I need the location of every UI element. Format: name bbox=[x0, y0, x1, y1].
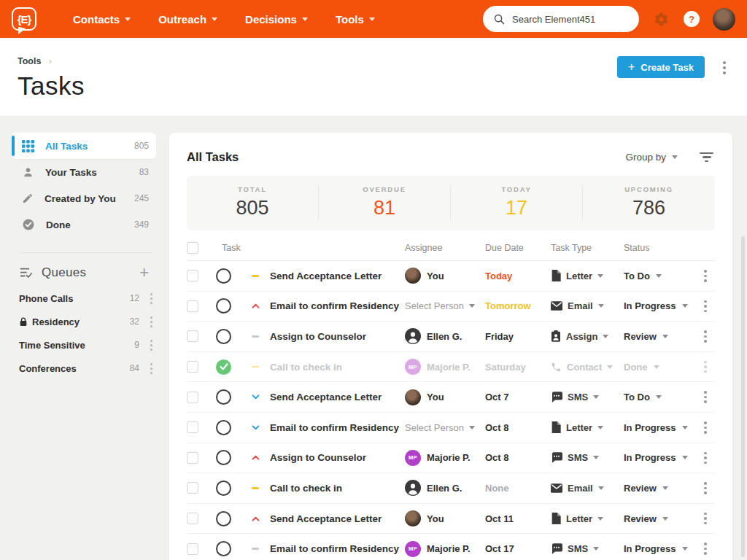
row-checkbox[interactable] bbox=[187, 270, 198, 281]
status-dropdown[interactable]: In Progress bbox=[624, 422, 702, 433]
assignee-select[interactable]: Select Person bbox=[405, 422, 485, 433]
task-complete-circle[interactable] bbox=[216, 389, 231, 405]
queue-kebab-menu[interactable] bbox=[148, 338, 155, 353]
task-name[interactable]: Call to check in bbox=[264, 362, 405, 373]
assignee[interactable]: MPMajorie P. bbox=[405, 359, 485, 375]
page-actions-kebab-menu[interactable] bbox=[721, 59, 728, 77]
task-complete-circle[interactable] bbox=[216, 481, 231, 496]
nav-item-outreach[interactable]: Outreach bbox=[158, 13, 217, 26]
assignee[interactable]: You bbox=[405, 510, 485, 526]
task-type-dropdown[interactable]: Assign bbox=[551, 330, 624, 342]
task-type-dropdown[interactable]: Contact bbox=[551, 362, 624, 373]
task-complete-circle[interactable] bbox=[216, 329, 231, 344]
task-name[interactable]: Send Acceptance Letter bbox=[264, 392, 405, 402]
element451-logo[interactable]: {E} bbox=[12, 7, 36, 31]
task-name[interactable]: Email to confirm Residency bbox=[264, 543, 405, 554]
create-task-button[interactable]: + Create Task bbox=[617, 56, 705, 78]
row-kebab-menu[interactable] bbox=[702, 419, 715, 436]
task-complete-circle[interactable] bbox=[216, 511, 231, 526]
sidebar-item-all-tasks[interactable]: All Tasks 805 bbox=[12, 133, 156, 159]
task-type-dropdown[interactable]: Letter bbox=[551, 421, 624, 433]
status-dropdown[interactable]: Review bbox=[624, 513, 702, 524]
task-complete-circle[interactable] bbox=[216, 298, 231, 314]
status-dropdown[interactable]: To Do bbox=[624, 271, 702, 281]
vertical-scrollbar[interactable] bbox=[741, 236, 745, 557]
task-complete-circle[interactable] bbox=[216, 420, 231, 435]
assignee-select[interactable]: Select Person bbox=[405, 300, 485, 311]
status-dropdown[interactable]: In Progress bbox=[624, 543, 702, 554]
row-kebab-menu[interactable] bbox=[702, 480, 715, 497]
task-name[interactable]: Assign to Counselor bbox=[264, 452, 405, 463]
task-type-dropdown[interactable]: Email bbox=[551, 483, 624, 494]
row-kebab-menu[interactable] bbox=[702, 450, 715, 467]
row-checkbox[interactable] bbox=[187, 543, 198, 555]
user-avatar[interactable] bbox=[713, 8, 735, 31]
queue-item-time-sensitive[interactable]: Time Sensitive 9 bbox=[12, 333, 156, 357]
status-dropdown[interactable]: Review bbox=[624, 483, 702, 494]
row-kebab-menu[interactable] bbox=[702, 510, 715, 527]
assignee[interactable]: Ellen G. bbox=[405, 480, 485, 496]
queue-item-phone-calls[interactable]: Phone Calls 12 bbox=[12, 287, 156, 310]
sidebar-item-created-by-you[interactable]: Created by You 245 bbox=[12, 185, 156, 211]
row-kebab-menu[interactable] bbox=[702, 328, 715, 345]
task-complete-circle[interactable] bbox=[216, 541, 231, 556]
row-checkbox[interactable] bbox=[187, 361, 198, 373]
task-complete-circle[interactable] bbox=[216, 268, 231, 284]
queue-item-conferences[interactable]: Conferences 84 bbox=[12, 357, 156, 380]
breadcrumb-tools-link[interactable]: Tools bbox=[18, 56, 41, 66]
row-kebab-menu[interactable] bbox=[702, 359, 715, 376]
task-name[interactable]: Email to confirm Residency bbox=[264, 422, 405, 433]
nav-item-decisions[interactable]: Decisions bbox=[245, 13, 308, 26]
row-kebab-menu[interactable] bbox=[702, 298, 715, 315]
assignee[interactable]: You bbox=[405, 389, 485, 405]
status-dropdown[interactable]: In Progress bbox=[624, 300, 702, 311]
task-type-dropdown[interactable]: Letter bbox=[551, 270, 624, 281]
task-type-dropdown[interactable]: SMS bbox=[551, 392, 624, 402]
assignee[interactable]: Ellen G. bbox=[405, 328, 485, 344]
select-all-checkbox[interactable] bbox=[187, 242, 198, 254]
settings-gear-icon[interactable] bbox=[654, 12, 669, 27]
row-kebab-menu[interactable] bbox=[702, 540, 715, 557]
add-queue-button[interactable]: + bbox=[136, 265, 152, 281]
row-checkbox[interactable] bbox=[187, 482, 198, 494]
task-name[interactable]: Send Acceptance Letter bbox=[264, 271, 405, 281]
status-dropdown[interactable]: Done bbox=[624, 362, 702, 373]
row-kebab-menu[interactable] bbox=[702, 268, 715, 284]
assignee[interactable]: You bbox=[405, 268, 485, 284]
sidebar-item-your-tasks[interactable]: Your Tasks 83 bbox=[12, 159, 156, 185]
task-name[interactable]: Send Acceptance Letter bbox=[264, 513, 405, 524]
row-kebab-menu[interactable] bbox=[702, 389, 715, 405]
row-checkbox[interactable] bbox=[187, 330, 198, 342]
task-type-dropdown[interactable]: Letter bbox=[551, 513, 624, 524]
status-dropdown[interactable]: To Do bbox=[624, 392, 702, 402]
assignee[interactable]: MPMajorie P. bbox=[405, 450, 485, 466]
task-type-dropdown[interactable]: Email bbox=[551, 300, 624, 311]
sidebar-item-done[interactable]: Done 349 bbox=[12, 211, 156, 238]
row-checkbox[interactable] bbox=[187, 392, 198, 403]
group-by-dropdown[interactable]: Group by bbox=[625, 152, 678, 163]
queue-kebab-menu[interactable] bbox=[148, 361, 155, 376]
task-type-dropdown[interactable]: SMS bbox=[551, 452, 624, 463]
task-name[interactable]: Email to confirm Residency bbox=[264, 300, 405, 311]
queue-kebab-menu[interactable] bbox=[148, 291, 155, 306]
task-name[interactable]: Call to check in bbox=[264, 483, 405, 494]
task-type-dropdown[interactable]: SMS bbox=[551, 543, 624, 554]
filter-icon[interactable] bbox=[698, 151, 715, 164]
status-dropdown[interactable]: Review bbox=[624, 331, 702, 342]
task-complete-icon[interactable] bbox=[216, 359, 231, 375]
row-checkbox[interactable] bbox=[187, 300, 198, 312]
help-icon[interactable]: ? bbox=[684, 11, 700, 27]
queue-kebab-menu[interactable] bbox=[148, 314, 155, 330]
row-checkbox[interactable] bbox=[187, 452, 198, 464]
nav-item-tools[interactable]: Tools bbox=[336, 13, 375, 26]
task-complete-circle[interactable] bbox=[216, 450, 231, 465]
assignee[interactable]: MPMajorie P. bbox=[405, 541, 485, 557]
search-input[interactable] bbox=[512, 14, 622, 25]
nav-item-contacts[interactable]: Contacts bbox=[73, 13, 131, 26]
global-search[interactable] bbox=[483, 6, 639, 32]
row-checkbox[interactable] bbox=[187, 513, 198, 524]
status-dropdown[interactable]: In Progress bbox=[624, 452, 702, 463]
row-checkbox[interactable] bbox=[187, 421, 198, 433]
queue-item-residency[interactable]: Residency 32 bbox=[12, 310, 156, 333]
task-name[interactable]: Assign to Counselor bbox=[264, 331, 405, 342]
